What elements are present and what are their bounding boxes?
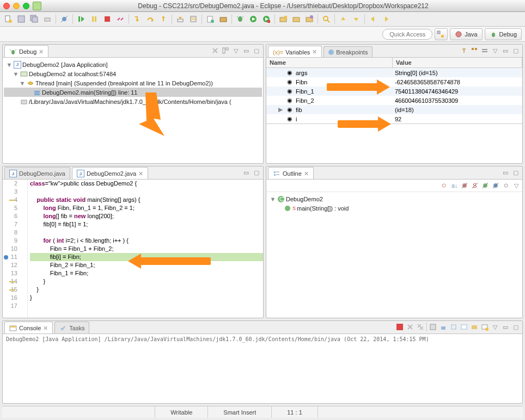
- tasks-tab[interactable]: Tasks: [54, 322, 89, 333]
- resume-button[interactable]: [75, 13, 87, 25]
- editor-tab-inactive[interactable]: JDebugDemo.java: [4, 167, 70, 179]
- prev-annotation-button[interactable]: [350, 13, 362, 25]
- collapse-all-button[interactable]: [480, 46, 489, 55]
- variable-row[interactable]: ◉Fibn-6246583658587674878: [266, 77, 522, 87]
- hide-local-button[interactable]: [491, 181, 500, 190]
- variable-row[interactable]: ▶◉fib(id=18): [266, 105, 522, 114]
- hide-nonpublic-button[interactable]: [481, 181, 490, 190]
- variables-name-header[interactable]: Name: [266, 58, 393, 67]
- debug-perspective-button[interactable]: Debug: [485, 28, 522, 40]
- forward-button[interactable]: [380, 13, 392, 25]
- drop-to-frame-button[interactable]: [174, 13, 186, 25]
- vars-maximize-button[interactable]: ▢: [511, 46, 520, 55]
- show-logical-button[interactable]: [470, 46, 479, 55]
- vars-minimize-button[interactable]: ▭: [501, 46, 510, 55]
- console-new-button[interactable]: [480, 323, 489, 331]
- debug-tree-item-selected[interactable]: DebugDemo2.main(String[]) line: 11: [4, 88, 262, 97]
- debug-remove-button[interactable]: [211, 46, 219, 55]
- outline-tab[interactable]: Outline✕: [268, 167, 314, 179]
- debug-maximize-button[interactable]: ▢: [252, 46, 261, 55]
- step-return-button[interactable]: [157, 13, 169, 25]
- outline-item[interactable]: S main(String[]) : void: [267, 203, 521, 213]
- close-tab-icon[interactable]: ✕: [43, 325, 48, 332]
- variable-row[interactable]: ◉Fibn_24660046610375530309: [266, 96, 522, 105]
- outline-tree[interactable]: ▼CDebugDemo2 S main(String[]) : void: [266, 192, 522, 318]
- console-tab[interactable]: Console✕: [4, 322, 53, 333]
- minimize-window-button[interactable]: [13, 3, 20, 9]
- java-perspective-button[interactable]: Java: [450, 28, 482, 40]
- focus-button[interactable]: [439, 181, 448, 190]
- console-menu-button[interactable]: ▽: [491, 323, 499, 331]
- disconnect-button[interactable]: [114, 13, 126, 25]
- outline-item[interactable]: ▼CDebugDemo2: [267, 194, 521, 203]
- console-pin-button[interactable]: [449, 323, 458, 331]
- hide-static-button[interactable]: S: [471, 181, 479, 190]
- debug-layout-button[interactable]: [221, 46, 230, 55]
- print-button[interactable]: [41, 13, 53, 25]
- close-tab-icon[interactable]: ✕: [138, 170, 143, 177]
- new-button[interactable]: [2, 13, 14, 25]
- debug-dropdown-button[interactable]: [234, 13, 246, 25]
- variables-value-header[interactable]: Value: [393, 58, 522, 67]
- editor-gutter[interactable]: 234567891011121314151617: [3, 180, 28, 318]
- close-tab-icon[interactable]: ✕: [39, 48, 44, 55]
- console-minimize-button[interactable]: ▭: [501, 323, 510, 331]
- editor-code[interactable]: class="kw">public class DebugDemo2 { pub…: [28, 180, 263, 318]
- save-all-button[interactable]: [28, 13, 40, 25]
- search-button[interactable]: [320, 13, 332, 25]
- outline-maximize-button[interactable]: ▢: [511, 168, 520, 177]
- quick-access-field[interactable]: Quick Access: [382, 29, 432, 40]
- console-maximize-button[interactable]: ▢: [511, 323, 520, 331]
- save-button[interactable]: [15, 13, 27, 25]
- terminate-button[interactable]: [101, 13, 113, 25]
- debug-menu-button[interactable]: ▽: [231, 46, 240, 55]
- debug-view-tab[interactable]: Debug ✕: [4, 45, 48, 57]
- console-display-button[interactable]: [460, 323, 468, 331]
- open-type-button[interactable]: [290, 13, 302, 25]
- editor-minimize-button[interactable]: ▭: [242, 168, 251, 177]
- expand-icon[interactable]: ▶: [277, 106, 284, 113]
- code-editor[interactable]: 234567891011121314151617 class="kw">publ…: [3, 180, 263, 318]
- step-filters-button[interactable]: [187, 13, 199, 25]
- sort-button[interactable]: a↓z: [450, 181, 459, 190]
- debug-tree-item[interactable]: ▼DebugDemo2 at localhost:57484: [4, 69, 262, 78]
- close-tab-icon[interactable]: ✕: [312, 48, 317, 55]
- debug-tree[interactable]: ▼JDebugDemo2 [Java Application] ▼DebugDe…: [3, 58, 263, 163]
- console-text[interactable]: DebugDemo2 [Java Application] /Library/J…: [3, 334, 522, 344]
- variables-tab[interactable]: (x)=Variables✕: [268, 46, 322, 57]
- variable-detail-pane[interactable]: [266, 123, 522, 163]
- console-remove-button[interactable]: [406, 323, 414, 331]
- step-into-button[interactable]: [131, 13, 143, 25]
- console-scroll-lock-button[interactable]: [439, 323, 448, 331]
- breakpoints-tab[interactable]: Breakpoints: [323, 46, 373, 57]
- editor-tab-active[interactable]: JDebugDemo2.java✕: [72, 167, 148, 179]
- debug-tree-item[interactable]: ▼JDebugDemo2 [Java Application]: [4, 60, 262, 69]
- close-tab-icon[interactable]: ✕: [304, 170, 309, 177]
- step-over-button[interactable]: [144, 13, 156, 25]
- open-task-button[interactable]: [303, 13, 315, 25]
- outline-minimize-button[interactable]: ▭: [501, 168, 510, 177]
- variable-row[interactable]: ◉Fibn_17540113804746346429: [266, 87, 522, 96]
- close-window-button[interactable]: [3, 3, 10, 9]
- new-package-button[interactable]: [217, 13, 229, 25]
- show-type-names-button[interactable]: [460, 46, 468, 55]
- next-annotation-button[interactable]: [337, 13, 349, 25]
- new-project-button[interactable]: [277, 13, 289, 25]
- outline-menu-button[interactable]: ▽: [512, 181, 521, 190]
- console-terminate-button[interactable]: [395, 323, 404, 331]
- new-java-button[interactable]: [204, 13, 216, 25]
- variable-row[interactable]: ◉i92: [266, 114, 522, 123]
- console-remove-all-button[interactable]: [416, 323, 425, 331]
- hide-fields-button[interactable]: [460, 181, 469, 190]
- debug-tree-item[interactable]: ▼Thread [main] (Suspended (breakpoint at…: [4, 78, 262, 88]
- back-button[interactable]: [367, 13, 379, 25]
- zoom-window-button[interactable]: [23, 3, 29, 9]
- suspend-button[interactable]: [88, 13, 100, 25]
- variable-row[interactable]: ◉argsString[0] (id=15): [266, 68, 522, 77]
- debug-minimize-button[interactable]: ▭: [242, 46, 251, 55]
- console-open-button[interactable]: [470, 323, 479, 331]
- run-last-button[interactable]: [260, 13, 272, 25]
- skip-breakpoints-button[interactable]: [58, 13, 70, 25]
- debug-tree-item[interactable]: /Library/Java/JavaVirtualMachines/jdk1.7…: [4, 97, 262, 106]
- vars-menu-button[interactable]: ▽: [491, 46, 499, 55]
